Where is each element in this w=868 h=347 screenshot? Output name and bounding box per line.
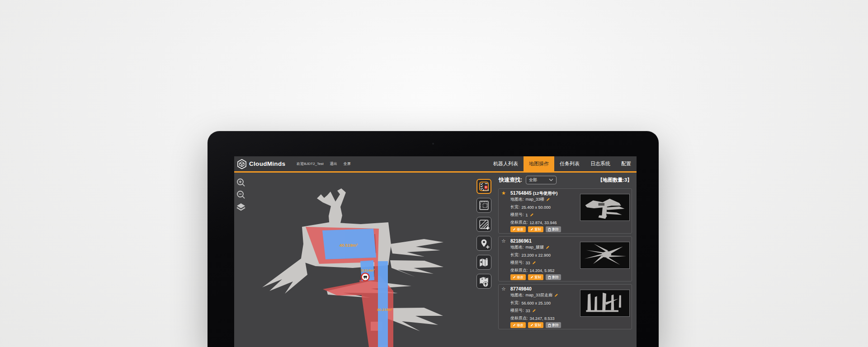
field-floor: 楼层号:33 [510,308,536,314]
field-dimensions: 长宽:23.200 x 22.900 [510,252,551,258]
cloudminds-logo-icon [237,159,246,169]
edit-pencil-icon [530,276,533,279]
card-actions: 修改 复制 删除 [510,322,561,328]
edit-pencil-icon [513,228,516,231]
map-thumbnail[interactable] [580,242,630,269]
field-origin: 坐标原点:14.204, 5.952 [510,267,555,273]
zoom-in-button[interactable] [236,178,246,188]
edit-pencil-icon[interactable] [554,293,558,297]
tab-robot-list[interactable]: 机器人列表 [488,156,524,171]
copy-button[interactable]: 复制 [528,274,543,280]
field-dimensions: 长宽:56.600 x 25.100 [510,300,551,306]
edit-pencil-icon[interactable] [546,245,550,249]
edit-pencil-icon [513,276,516,279]
map-zoom-controls [236,178,246,214]
trash-icon [548,276,551,279]
map-thumbnail[interactable] [580,194,630,221]
modify-button[interactable]: 修改 [510,226,526,232]
app-header: CloudMinds 欢迎BJDT2_Test 退出 全屏 机器人列表 地图操作… [234,156,637,171]
tab-map-operation[interactable]: 地图操作 [524,156,554,171]
delete-button[interactable]: 删除 [546,226,561,232]
favorite-star-icon[interactable]: ☆ [501,286,506,292]
webcam-dot [432,143,434,145]
field-map-name: 地图名:map_33层走廊 [510,292,558,298]
map-canvas[interactable]: 40.519m² 8.614m² 80.215m² [234,173,478,347]
laptop-mockup: CloudMinds 欢迎BJDT2_Test 退出 全屏 机器人列表 地图操作… [208,131,659,347]
map-thumbnail[interactable] [580,290,630,317]
tab-log-system[interactable]: 日志系统 [585,156,616,171]
edit-pencil-icon [513,324,516,327]
delete-button[interactable]: 删除 [546,322,561,328]
area-label-2: 8.614m² [361,268,375,272]
add-virtual-wall-tool[interactable] [476,217,491,232]
field-map-name: 地图名:map_腿腿 [510,244,550,250]
upload-map-tool[interactable] [476,274,491,289]
favorite-star-icon[interactable]: ★ [501,190,506,196]
favorite-star-icon[interactable]: ☆ [501,238,506,244]
edit-pencil-icon [530,324,533,327]
measure-area-tool[interactable] [476,198,491,213]
add-poi-tool[interactable] [476,236,491,251]
main-area: 40.519m² 8.614m² 80.215m² [234,173,637,347]
chevron-down-icon [549,178,553,181]
map-id-title: 82186961 [510,238,532,244]
delete-map-tool[interactable] [476,255,491,270]
edit-pencil-icon[interactable] [546,197,550,202]
copy-button[interactable]: 复制 [528,322,543,328]
welcome-text: 欢迎BJDT2_Test [297,161,324,166]
map-filter-dropdown[interactable]: 全部 [526,176,557,184]
tab-config[interactable]: 配置 [616,156,637,171]
dropdown-selected-value: 全部 [529,177,537,183]
area-label-3: 80.215m² [377,308,393,312]
map-card: ★ 51764845 (12号使用中) 地图名:map_33楼 长宽:25.40… [498,188,632,234]
brand-name: CloudMinds [249,160,285,167]
task-point-list-tool[interactable] [476,179,491,194]
map-id-title: 87749840 [510,286,532,291]
field-dimensions: 长宽:25.400 x 50.000 [510,204,551,210]
card-actions: 修改 复制 删除 [510,274,561,280]
logout-link[interactable]: 退出 [330,161,337,166]
card-actions: 修改 复制 删除 [510,226,561,232]
page-background: CloudMinds 欢迎BJDT2_Test 退出 全屏 机器人列表 地图操作… [0,0,868,347]
layers-button[interactable] [236,202,246,212]
field-origin: 坐标原点:34.247, 8.533 [510,315,555,321]
quick-search-label: 快速查找: [499,176,522,184]
edit-pencil-icon[interactable] [532,261,536,265]
edit-pencil-icon [530,228,533,231]
no-entry-sign-marker [362,273,369,281]
app-screen: CloudMinds 欢迎BJDT2_Test 退出 全屏 机器人列表 地图操作… [234,156,637,347]
modify-button[interactable]: 修改 [510,274,526,280]
zoom-out-button[interactable] [236,190,246,200]
modify-button[interactable]: 修改 [510,322,526,328]
field-origin: 坐标原点:12.874, 33.946 [510,220,557,225]
accent-divider [234,171,637,173]
field-floor: 楼层号:1 [510,212,534,218]
map-card: ☆ 87749840 地图名:map_33层走廊 长宽:56.600 x 25.… [498,284,632,329]
delete-button[interactable]: 删除 [546,274,561,280]
map-list-panel: 快速查找: 全部 【地图数量:3】 ★ [495,173,634,347]
map-tools-toolbar [476,179,491,293]
copy-button[interactable]: 复制 [528,226,543,232]
map-id-title: 51764845 (12号使用中) [510,190,558,197]
nav-tabs: 机器人列表 地图操作 任务列表 日志系统 配置 [488,156,637,171]
fullscreen-link[interactable]: 全屏 [344,161,351,166]
trash-icon [548,324,551,327]
tab-task-list[interactable]: 任务列表 [554,156,585,171]
area-label-1: 40.519m² [340,243,358,248]
edit-pencil-icon[interactable] [532,309,536,313]
field-map-name: 地图名:map_33楼 [510,197,550,202]
trash-icon [548,228,551,231]
field-floor: 楼层号:33 [510,260,536,266]
map-card-list: ★ 51764845 (12号使用中) 地图名:map_33楼 长宽:25.40… [498,188,632,332]
edit-pencil-icon[interactable] [530,213,534,217]
quick-search-row: 快速查找: 全部 【地图数量:3】 [499,175,632,184]
map-usage-note: (12号使用中) [533,191,558,196]
map-card: ☆ 82186961 地图名:map_腿腿 长宽:23.200 x 22.900 [498,236,632,281]
map-count-badge: 【地图数量:3】 [598,177,632,183]
